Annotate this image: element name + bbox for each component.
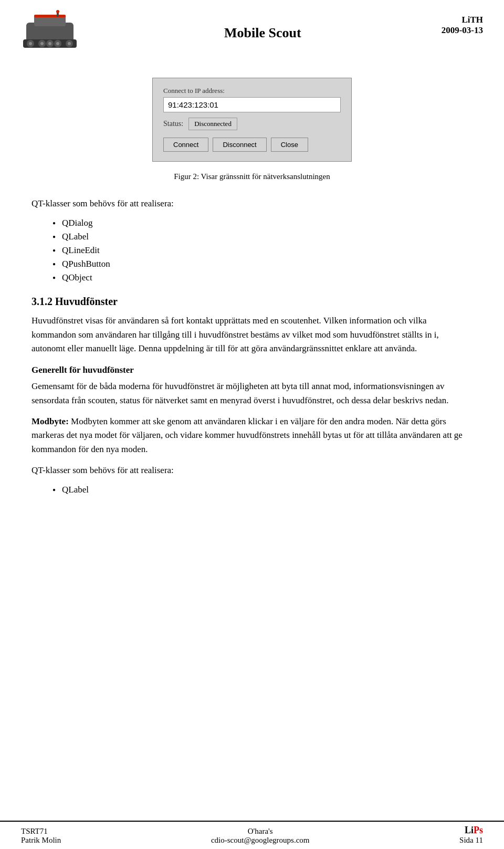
list-item: QPushButton <box>52 259 472 269</box>
close-button[interactable]: Close <box>271 138 308 152</box>
figure-caption: Figur 2: Visar gränssnitt för nätverksan… <box>0 172 504 181</box>
svg-point-12 <box>40 42 44 45</box>
footer-org: O'hara's <box>248 827 273 836</box>
footer-lips: LiPs <box>465 825 483 836</box>
footer-author: Patrik Molin <box>21 836 61 845</box>
qt-classes-list-1: QDialog QLabel QLineEdit QPushButton QOb… <box>52 218 472 283</box>
main-content: QT-klasser som behövs för att realisera:… <box>0 197 504 495</box>
robot-logo <box>16 9 84 57</box>
header-brand-date: LiTH 2009-03-13 <box>442 9 483 36</box>
list-item: QDialog <box>52 218 472 228</box>
subsection-heading: Generellt för huvudfönster <box>32 365 472 375</box>
page-header: Mobile Scout LiTH 2009-03-13 <box>0 0 504 62</box>
qt-intro-2: QT-klasser som behövs för att realisera: <box>32 464 472 477</box>
connection-dialog: Connect to IP address: Status: Disconnec… <box>152 78 352 162</box>
section-para1: Huvudfönstret visas för användaren så fo… <box>32 314 472 355</box>
ip-input[interactable] <box>163 97 341 112</box>
list-item: QLabel <box>52 232 472 242</box>
disconnect-button[interactable]: Disconnect <box>213 138 266 152</box>
connect-button[interactable]: Connect <box>163 138 208 152</box>
footer-email: cdio-scout@googlegroups.com <box>211 836 310 845</box>
footer-page: Sida 11 <box>459 836 483 845</box>
dialog-buttons: Connect Disconnect Close <box>163 138 341 152</box>
status-row: Status: Disconnected <box>163 118 341 130</box>
status-label: Status: <box>163 120 183 128</box>
footer-center: O'hara's cdio-scout@googlegroups.com <box>211 827 310 845</box>
modbyte-label: Modbyte: <box>32 416 69 426</box>
svg-rect-2 <box>34 15 66 17</box>
section-heading: 3.1.2 Huvudfönster <box>32 296 472 308</box>
list-item: QLineEdit <box>52 245 472 256</box>
modbyte-para: Modbyte: Modbyten kommer att ske genom a… <box>32 415 472 456</box>
list-item: QObject <box>52 272 472 283</box>
header-date: 2009-03-13 <box>442 25 483 36</box>
header-brand: LiTH <box>442 15 483 25</box>
footer-left: TSRT71 Patrik Molin <box>21 827 61 845</box>
header-title: Mobile Scout <box>224 9 301 41</box>
svg-point-11 <box>29 42 32 45</box>
section-para2: Gemensamt för de båda moderna för huvudf… <box>32 380 472 407</box>
footer-right: LiPs Sida 11 <box>459 825 483 845</box>
modbyte-text: Modbyten kommer att ske genom att använd… <box>32 416 463 454</box>
intro-text-1: QT-klasser som behövs för att realisera: <box>32 197 472 211</box>
ip-label: Connect to IP address: <box>163 87 341 95</box>
qt-classes-list-2: QLabel <box>52 485 472 495</box>
page-footer: TSRT71 Patrik Molin O'hara's cdio-scout@… <box>0 821 504 849</box>
status-badge: Disconnected <box>188 118 237 130</box>
svg-point-17 <box>56 10 59 13</box>
dialog-container: Connect to IP address: Status: Disconnec… <box>0 78 504 162</box>
list-item: QLabel <box>52 485 472 495</box>
svg-point-15 <box>68 42 71 45</box>
footer-course: TSRT71 <box>21 827 61 836</box>
svg-point-13 <box>48 42 51 45</box>
svg-point-14 <box>56 42 59 45</box>
